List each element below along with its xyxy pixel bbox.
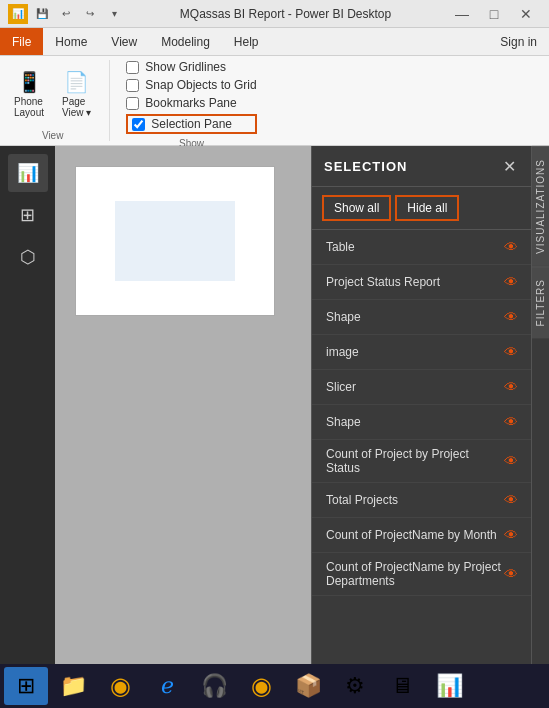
phone-layout-icon: 📱 bbox=[15, 68, 43, 96]
panel-items-list: Table👁Project Status Report👁Shape👁image👁… bbox=[312, 230, 531, 664]
taskbar-chrome[interactable]: ◉ bbox=[98, 667, 142, 705]
visibility-icon[interactable]: 👁 bbox=[501, 377, 521, 397]
quick-access-more[interactable]: ▾ bbox=[104, 4, 124, 24]
bar-chart-icon: 📊 bbox=[17, 162, 39, 184]
show-gridlines-input[interactable] bbox=[126, 61, 139, 74]
ribbon-group-show: Show Gridlines Snap Objects to Grid Book… bbox=[126, 60, 268, 141]
visibility-icon[interactable]: 👁 bbox=[501, 564, 521, 584]
show-gridlines-label: Show Gridlines bbox=[145, 60, 226, 74]
menu-file[interactable]: File bbox=[0, 28, 43, 55]
list-item[interactable]: Project Status Report👁 bbox=[312, 265, 531, 300]
visibility-icon[interactable]: 👁 bbox=[501, 237, 521, 257]
panel-header: SELECTION ✕ bbox=[312, 146, 531, 187]
panel-title: SELECTION bbox=[324, 159, 407, 174]
table-icon: ⊞ bbox=[20, 204, 35, 226]
snap-objects-checkbox[interactable]: Snap Objects to Grid bbox=[126, 78, 256, 92]
selection-pane-label: Selection Pane bbox=[151, 117, 232, 131]
tab-filters[interactable]: FILTERS bbox=[532, 266, 549, 338]
visibility-icon[interactable]: 👁 bbox=[501, 525, 521, 545]
model-icon: ⬡ bbox=[20, 246, 36, 268]
bookmarks-pane-checkbox[interactable]: Bookmarks Pane bbox=[126, 96, 256, 110]
visibility-icon[interactable]: 👁 bbox=[501, 342, 521, 362]
list-item[interactable]: Total Projects👁 bbox=[312, 483, 531, 518]
list-item-name: Count of ProjectName by Project Departme… bbox=[326, 560, 501, 588]
list-item-name: image bbox=[326, 345, 501, 359]
list-item[interactable]: Count of Project by Project Status👁 bbox=[312, 440, 531, 483]
ribbon-view-buttons: 📱 PhoneLayout 📄 PageView ▾ bbox=[8, 60, 97, 126]
tab-visualizations[interactable]: VISUALIZATIONS bbox=[532, 146, 549, 266]
taskbar-network[interactable]: 🖥 bbox=[380, 667, 424, 705]
maximize-button[interactable]: □ bbox=[479, 0, 509, 28]
menu-modeling[interactable]: Modeling bbox=[149, 28, 222, 55]
start-button[interactable]: ⊞ bbox=[4, 667, 48, 705]
visibility-icon[interactable]: 👁 bbox=[501, 412, 521, 432]
ribbon-show-checkboxes: Show Gridlines Snap Objects to Grid Book… bbox=[126, 60, 256, 134]
list-item-name: Table bbox=[326, 240, 501, 254]
hide-all-button[interactable]: Hide all bbox=[395, 195, 459, 221]
taskbar-package[interactable]: 📦 bbox=[286, 667, 330, 705]
phone-layout-label: PhoneLayout bbox=[14, 96, 44, 118]
quick-access-undo[interactable]: ↩ bbox=[56, 4, 76, 24]
taskbar-chrome2[interactable]: ◉ bbox=[239, 667, 283, 705]
list-item-name: Shape bbox=[326, 310, 501, 324]
taskbar-powerbi[interactable]: 📊 bbox=[427, 667, 471, 705]
page-view-button[interactable]: 📄 PageView ▾ bbox=[56, 64, 97, 122]
panel-close-button[interactable]: ✕ bbox=[499, 156, 519, 176]
main-area: 📊 ⊞ ⬡ SELECTION ✕ Show all Hide all Tabl… bbox=[0, 146, 549, 664]
title-bar-left: 📊 💾 ↩ ↪ ▾ bbox=[8, 4, 124, 24]
visibility-icon[interactable]: 👁 bbox=[501, 490, 521, 510]
panel-actions: Show all Hide all bbox=[312, 187, 531, 230]
sidebar-icon-model[interactable]: ⬡ bbox=[8, 238, 48, 276]
ribbon: 📱 PhoneLayout 📄 PageView ▾ View Show Gri… bbox=[0, 56, 549, 146]
taskbar-headphones[interactable]: 🎧 bbox=[192, 667, 236, 705]
selection-pane-checkbox[interactable]: Selection Pane bbox=[126, 114, 256, 134]
list-item-name: Count of ProjectName by Month bbox=[326, 528, 501, 542]
visibility-icon[interactable]: 👁 bbox=[501, 451, 521, 471]
taskbar: ⊞ 📁 ◉ ℯ 🎧 ◉ 📦 ⚙ 🖥 📊 bbox=[0, 664, 549, 708]
ribbon-view-label: View bbox=[42, 130, 64, 141]
visibility-icon[interactable]: 👁 bbox=[501, 272, 521, 292]
list-item-name: Slicer bbox=[326, 380, 501, 394]
list-item[interactable]: Shape👁 bbox=[312, 300, 531, 335]
menu-signin[interactable]: Sign in bbox=[488, 28, 549, 55]
snap-objects-input[interactable] bbox=[126, 79, 139, 92]
bookmarks-pane-label: Bookmarks Pane bbox=[145, 96, 236, 110]
selection-panel: SELECTION ✕ Show all Hide all Table👁Proj… bbox=[311, 146, 531, 664]
phone-layout-button[interactable]: 📱 PhoneLayout bbox=[8, 64, 50, 122]
list-item-name: Count of Project by Project Status bbox=[326, 447, 501, 475]
snap-objects-label: Snap Objects to Grid bbox=[145, 78, 256, 92]
selection-pane-input[interactable] bbox=[132, 118, 145, 131]
list-item-name: Project Status Report bbox=[326, 275, 501, 289]
window-title: MQassas BI Report - Power BI Desktop bbox=[124, 7, 447, 21]
page-view-icon: 📄 bbox=[63, 68, 91, 96]
close-button[interactable]: ✕ bbox=[511, 0, 541, 28]
page-view-label: PageView ▾ bbox=[62, 96, 91, 118]
window-controls: — □ ✕ bbox=[447, 0, 541, 28]
quick-access-save[interactable]: 💾 bbox=[32, 4, 52, 24]
menu-home[interactable]: Home bbox=[43, 28, 99, 55]
app-icon: 📊 bbox=[8, 4, 28, 24]
menu-view[interactable]: View bbox=[99, 28, 149, 55]
taskbar-settings[interactable]: ⚙ bbox=[333, 667, 377, 705]
show-gridlines-checkbox[interactable]: Show Gridlines bbox=[126, 60, 256, 74]
list-item[interactable]: Count of ProjectName by Project Departme… bbox=[312, 553, 531, 596]
title-bar: 📊 💾 ↩ ↪ ▾ MQassas BI Report - Power BI D… bbox=[0, 0, 549, 28]
show-all-button[interactable]: Show all bbox=[322, 195, 391, 221]
list-item[interactable]: image👁 bbox=[312, 335, 531, 370]
quick-access-redo[interactable]: ↪ bbox=[80, 4, 100, 24]
list-item[interactable]: Shape👁 bbox=[312, 405, 531, 440]
left-sidebar: 📊 ⊞ ⬡ bbox=[0, 146, 55, 664]
list-item[interactable]: Count of ProjectName by Month👁 bbox=[312, 518, 531, 553]
list-item[interactable]: Table👁 bbox=[312, 230, 531, 265]
sidebar-icon-data[interactable]: ⊞ bbox=[8, 196, 48, 234]
menu-bar: File Home View Modeling Help Sign in bbox=[0, 28, 549, 56]
list-item-name: Total Projects bbox=[326, 493, 501, 507]
visibility-icon[interactable]: 👁 bbox=[501, 307, 521, 327]
menu-help[interactable]: Help bbox=[222, 28, 271, 55]
minimize-button[interactable]: — bbox=[447, 0, 477, 28]
sidebar-icon-report[interactable]: 📊 bbox=[8, 154, 48, 192]
taskbar-ie[interactable]: ℯ bbox=[145, 667, 189, 705]
list-item[interactable]: Slicer👁 bbox=[312, 370, 531, 405]
taskbar-file-explorer[interactable]: 📁 bbox=[51, 667, 95, 705]
bookmarks-pane-input[interactable] bbox=[126, 97, 139, 110]
